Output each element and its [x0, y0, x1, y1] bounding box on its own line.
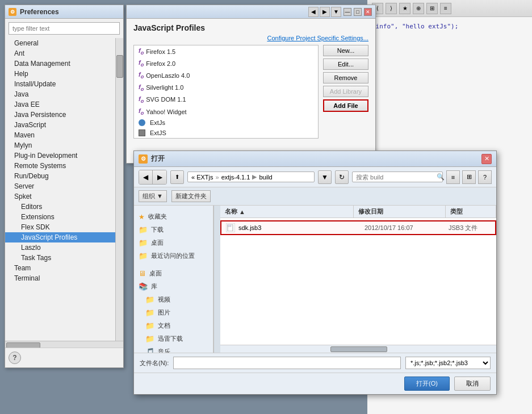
breadcrumb-path2: build — [259, 174, 272, 181]
ide-toolbar-btn3[interactable]: ★ — [399, 3, 410, 14]
jsp-fwd-btn[interactable]: ▶ — [320, 7, 330, 17]
fd-help-btn[interactable]: ? — [478, 170, 492, 184]
pref-item-remote[interactable]: Remote Systems — [5, 161, 115, 171]
fd-desktop-section[interactable]: 🖥 桌面 — [134, 267, 213, 280]
ide-toolbar-btn2[interactable]: ⟩ — [386, 3, 397, 14]
fd-nav-fwd[interactable]: ▶ — [153, 170, 166, 184]
breadcrumb-path1: extjs-4.1.1 — [221, 174, 250, 181]
fd-list-view-btn[interactable]: ≡ — [446, 170, 460, 184]
pref-item-flexsdk[interactable]: Flex SDK — [5, 222, 115, 232]
fd-open-button[interactable]: 打开(O) — [404, 377, 450, 391]
pref-item-general[interactable]: General — [5, 38, 115, 48]
fd-cancel-button[interactable]: 取消 — [454, 377, 491, 391]
ide-toolbar-btn4[interactable]: ⊕ — [413, 3, 424, 14]
fd-sidebar-thunder[interactable]: 📁 迅雷下载 — [134, 332, 213, 345]
fd-search-input[interactable] — [356, 174, 434, 181]
profile-firefox15[interactable]: fo Firefox 1.5 — [134, 45, 318, 57]
new-button[interactable]: New... — [323, 45, 368, 56]
fd-nav-back[interactable]: ◀ — [139, 170, 153, 184]
jsp-back-btn[interactable]: ◀ — [308, 7, 319, 17]
fd-action-bar: 组织 ▼ 新建文件夹 — [134, 187, 496, 206]
folder-icon: 📁 — [145, 308, 154, 317]
pref-item-java-persistence[interactable]: Java Persistence — [5, 110, 115, 120]
pref-scrollbar[interactable] — [115, 38, 123, 341]
pref-item-javaee[interactable]: Java EE — [5, 99, 115, 110]
pref-help-button[interactable]: ? — [9, 352, 21, 364]
fd-hscroll[interactable] — [220, 345, 496, 353]
pref-hscroll-thumb[interactable] — [6, 342, 40, 348]
sort-icon: ▲ — [239, 208, 245, 215]
pref-item-task-tags[interactable]: Task Tags — [5, 253, 115, 263]
add-file-button[interactable]: Add File — [323, 99, 368, 112]
fd-organize-btn[interactable]: 组织 ▼ — [139, 190, 167, 202]
jsp-dropdown-btn[interactable]: ▼ — [331, 7, 341, 17]
pref-item-javascript[interactable]: JavaScript — [5, 120, 115, 130]
jsp-profiles-list[interactable]: fo Firefox 1.5 fo Firefox 2.0 fo OpenLas… — [133, 45, 319, 139]
fd-filter-select[interactable]: *.js;*.jsb;*.jsb2;*.jsb3 — [405, 357, 491, 369]
profile-extjs2[interactable]: ExtJS — [134, 128, 318, 138]
pref-item-terminal[interactable]: Terminal — [5, 273, 115, 283]
edit-button[interactable]: Edit... — [323, 58, 368, 70]
profile-extjs1[interactable]: ExtJs — [134, 118, 318, 128]
fd-sidebar-desktop[interactable]: 📁 桌面 — [134, 236, 213, 249]
pref-item-server[interactable]: Server — [5, 181, 115, 191]
ide-toolbar-btn5[interactable]: ⊞ — [426, 3, 438, 14]
profile-yahoo[interactable]: fo Yahoo! Widget — [134, 106, 318, 118]
jsp-config-link[interactable]: Configure Project Specific Settings... — [127, 35, 375, 45]
fd-filename-input[interactable] — [173, 357, 401, 369]
pref-scroll-thumb[interactable] — [116, 55, 123, 78]
extjs-square-icon — [139, 129, 145, 136]
fd-col-type-header[interactable]: 类型 — [446, 206, 497, 218]
pref-item-ant[interactable]: Ant — [5, 48, 115, 58]
fd-new-folder-btn[interactable]: 新建文件夹 — [171, 190, 211, 202]
fd-sidebar-video[interactable]: 📁 视频 — [134, 293, 213, 306]
fd-nav-up[interactable]: ⬆ — [170, 170, 184, 184]
fd-sidebar-music[interactable]: 🎵 音乐 — [134, 345, 213, 353]
pref-search-input[interactable] — [9, 22, 120, 35]
profile-name: ExtJS — [150, 129, 166, 136]
pref-item-install[interactable]: Install/Update — [5, 79, 115, 89]
profile-name: SVG DOM 1.1 — [146, 96, 186, 103]
fd-sidebar-scroll[interactable] — [213, 206, 220, 353]
fd-refresh-btn[interactable]: ↻ — [335, 170, 349, 184]
profile-openlaszlo[interactable]: fo OpenLaszlo 4.0 — [134, 69, 318, 81]
pref-item-data-mgmt[interactable]: Data Management — [5, 58, 115, 69]
pref-item-help[interactable]: Help — [5, 69, 115, 79]
fd-details-view-btn[interactable]: ⊞ — [462, 170, 476, 184]
remove-button[interactable]: Remove — [323, 72, 368, 83]
pref-item-extensions[interactable]: Extensions — [5, 212, 115, 222]
profile-svg[interactable]: fo SVG DOM 1.1 — [134, 94, 318, 106]
fd-sidebar-pictures[interactable]: 📁 图片 — [134, 306, 213, 319]
fd-sidebar-download[interactable]: 📁 下载 — [134, 223, 213, 236]
fd-col-date-header[interactable]: 修改日期 — [354, 206, 446, 218]
pref-item-laszlo[interactable]: Laszlo — [5, 242, 115, 253]
pref-item-mylyn[interactable]: Mylyn — [5, 140, 115, 150]
pref-item-spket[interactable]: Spket — [5, 191, 115, 202]
pref-item-team[interactable]: Team — [5, 263, 115, 273]
pref-tree: General Ant Data Management Help Install… — [5, 38, 115, 341]
fd-breadcrumb-dropdown[interactable]: ▼ — [318, 170, 332, 184]
ide-toolbar-btn6[interactable]: ≡ — [440, 3, 451, 14]
pref-item-plugin[interactable]: Plug-in Development — [5, 150, 115, 161]
pref-item-editors[interactable]: Editors — [5, 202, 115, 212]
jsp-close-btn[interactable]: ✕ — [364, 8, 372, 16]
profile-name: Yahoo! Widget — [146, 108, 186, 115]
fd-sidebar-recent[interactable]: 📁 最近访问的位置 — [134, 249, 213, 262]
fd-hscroll-thumb[interactable] — [330, 346, 387, 352]
fd-sidebar: ★ 收藏夹 📁 下载 📁 桌面 📁 最近访问的位置 🖥 桌面 📚 — [134, 206, 213, 353]
fd-sidebar-documents[interactable]: 📁 文档 — [134, 319, 213, 332]
fd-col-name-header[interactable]: 名称 ▲ — [220, 206, 354, 218]
pref-item-maven[interactable]: Maven — [5, 130, 115, 140]
sidebar-item-label: 最近访问的位置 — [151, 252, 195, 260]
pref-item-js-profiles[interactable]: JavaScript Profiles — [5, 232, 115, 242]
svg-rect-1 — [228, 224, 231, 227]
jsp-maximize-btn[interactable]: □ — [354, 8, 362, 16]
pref-item-java[interactable]: Java — [5, 89, 115, 99]
profile-firefox20[interactable]: fo Firefox 2.0 — [134, 57, 318, 69]
file-row-sdk[interactable]: sdk.jsb3 2012/10/17 16:07 JSB3 文件 — [220, 220, 496, 235]
fd-close-button[interactable]: ✕ — [481, 154, 492, 164]
pref-item-rundebug[interactable]: Run/Debug — [5, 171, 115, 181]
profile-silverlight[interactable]: fo Silverlight 1.0 — [134, 82, 318, 94]
jsp-minimize-btn[interactable]: — — [344, 8, 351, 16]
fo-icon: fo — [139, 83, 144, 92]
